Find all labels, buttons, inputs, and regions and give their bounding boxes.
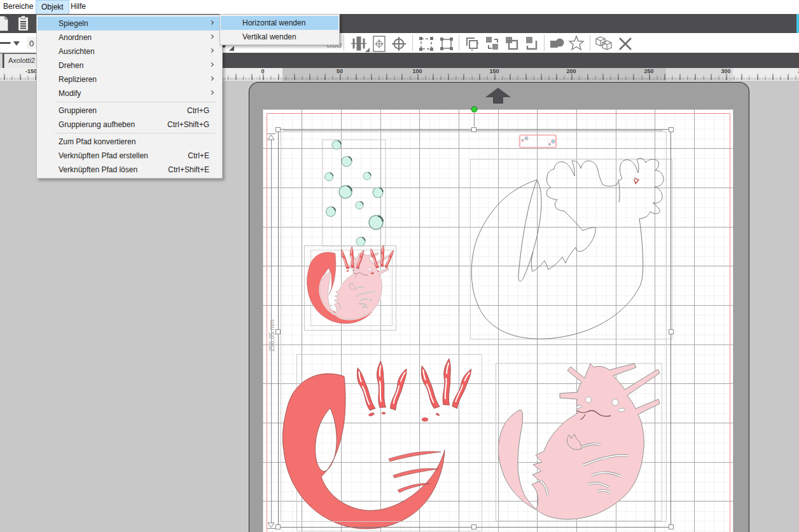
svg-text:256,05 mm: 256,05 mm <box>268 320 275 351</box>
svg-text:0: 0 <box>29 39 34 48</box>
